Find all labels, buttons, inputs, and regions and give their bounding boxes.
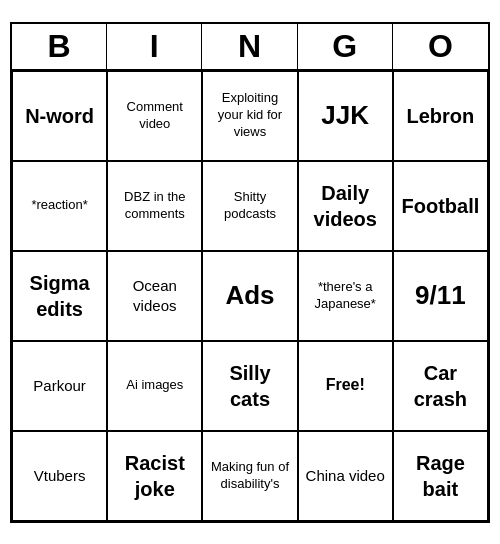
bingo-cell: Making fun of disability's bbox=[202, 431, 297, 521]
bingo-cell: Exploiting your kid for views bbox=[202, 71, 297, 161]
header-letter: G bbox=[298, 24, 393, 69]
bingo-cell: Football bbox=[393, 161, 488, 251]
bingo-cell: Silly cats bbox=[202, 341, 297, 431]
bingo-cell: Free! bbox=[298, 341, 393, 431]
bingo-cell: Car crash bbox=[393, 341, 488, 431]
bingo-cell: Ocean videos bbox=[107, 251, 202, 341]
bingo-cell: Rage bait bbox=[393, 431, 488, 521]
bingo-cell: 9/11 bbox=[393, 251, 488, 341]
header-letter: I bbox=[107, 24, 202, 69]
bingo-cell: N-word bbox=[12, 71, 107, 161]
bingo-cell: Racist joke bbox=[107, 431, 202, 521]
bingo-cell: Daily videos bbox=[298, 161, 393, 251]
bingo-cell: Sigma edits bbox=[12, 251, 107, 341]
bingo-cell: *reaction* bbox=[12, 161, 107, 251]
bingo-cell: Shitty podcasts bbox=[202, 161, 297, 251]
bingo-header: BINGO bbox=[12, 24, 488, 71]
bingo-cell: Comment video bbox=[107, 71, 202, 161]
bingo-cell: JJK bbox=[298, 71, 393, 161]
bingo-cell: Ads bbox=[202, 251, 297, 341]
bingo-cell: Vtubers bbox=[12, 431, 107, 521]
bingo-cell: China video bbox=[298, 431, 393, 521]
bingo-board: BINGO N-wordComment videoExploiting your… bbox=[10, 22, 490, 523]
bingo-cell: Ai images bbox=[107, 341, 202, 431]
bingo-cell: DBZ in the comments bbox=[107, 161, 202, 251]
bingo-cell: Lebron bbox=[393, 71, 488, 161]
header-letter: B bbox=[12, 24, 107, 69]
header-letter: N bbox=[202, 24, 297, 69]
bingo-cell: Parkour bbox=[12, 341, 107, 431]
bingo-grid: N-wordComment videoExploiting your kid f… bbox=[12, 71, 488, 521]
header-letter: O bbox=[393, 24, 488, 69]
bingo-cell: *there's a Japanese* bbox=[298, 251, 393, 341]
